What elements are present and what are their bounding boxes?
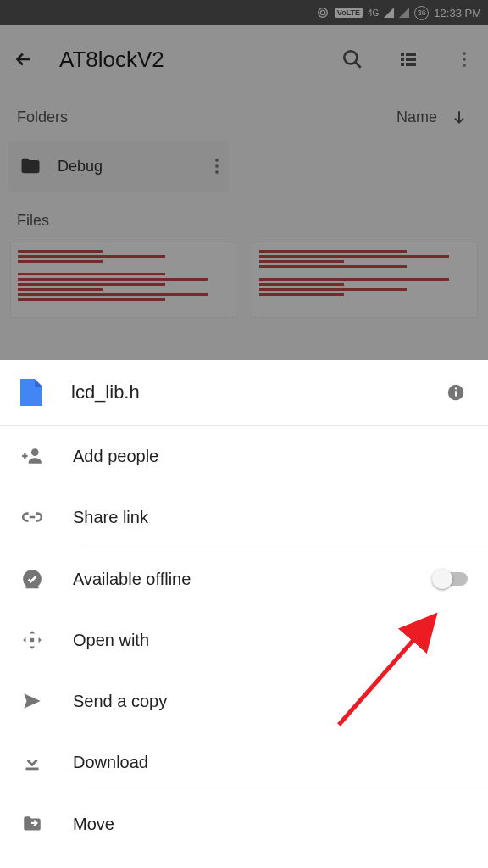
file-icon — [20, 379, 42, 406]
folder-item[interactable]: Debug — [8, 141, 229, 192]
menu-label: Available offline — [73, 570, 405, 589]
svg-point-0 — [320, 10, 324, 14]
send-icon — [20, 689, 44, 713]
move-icon — [20, 812, 44, 836]
menu-download[interactable]: Download — [0, 732, 488, 793]
menu-label: Add people — [73, 447, 468, 466]
search-icon[interactable] — [341, 47, 364, 71]
folders-header: Folders Name — [0, 93, 488, 141]
svg-point-11 — [455, 387, 457, 389]
svg-point-1 — [318, 8, 327, 18]
sort-arrow-icon[interactable] — [447, 105, 471, 129]
status-bar: VoLTE 4G 36 12:33 PM — [0, 0, 488, 25]
clock: 12:33 PM — [434, 7, 481, 19]
add-person-icon — [20, 444, 44, 468]
folder-name: Debug — [58, 158, 200, 175]
svg-rect-3 — [401, 53, 404, 56]
menu-available-offline[interactable]: Available offline — [0, 548, 488, 609]
info-icon[interactable] — [444, 381, 468, 404]
download-icon — [20, 750, 44, 774]
svg-point-12 — [31, 448, 39, 456]
signal-icon — [384, 8, 394, 18]
folder-icon — [19, 154, 42, 178]
menu-label: Share link — [73, 508, 468, 527]
svg-point-2 — [344, 51, 357, 64]
folders-label: Folders — [17, 108, 68, 126]
svg-rect-14 — [25, 587, 38, 589]
menu-send-copy[interactable]: Send a copy — [0, 670, 488, 732]
sheet-filename: lcd_lib.h — [71, 381, 415, 403]
menu-label: Download — [73, 753, 468, 772]
svg-rect-15 — [30, 638, 34, 642]
menu-label: Send a copy — [73, 692, 468, 711]
page-title: AT8lockV2 — [59, 47, 317, 73]
offline-icon — [20, 567, 44, 591]
file-thumbnail[interactable] — [10, 242, 236, 318]
svg-rect-5 — [401, 58, 404, 61]
bottom-sheet: lcd_lib.h Add people Share link Availabl… — [0, 360, 488, 868]
network-label: 4G — [368, 8, 379, 18]
volte-badge: VoLTE — [335, 8, 363, 18]
menu-open-with[interactable]: Open with — [0, 609, 488, 670]
folder-more-icon[interactable] — [215, 159, 219, 174]
offline-toggle[interactable] — [434, 572, 468, 586]
file-thumbnail[interactable] — [252, 242, 478, 318]
battery-icon: 36 — [414, 6, 429, 20]
svg-rect-4 — [406, 53, 416, 56]
svg-rect-6 — [406, 58, 416, 61]
svg-rect-7 — [401, 63, 404, 66]
open-with-icon — [20, 628, 44, 652]
menu-add-people[interactable]: Add people — [0, 426, 488, 487]
files-label: Files — [17, 212, 49, 230]
menu-label: Open with — [73, 631, 468, 650]
sort-label[interactable]: Name — [396, 108, 437, 126]
link-icon — [20, 505, 44, 529]
menu-share-link[interactable]: Share link — [0, 487, 488, 548]
view-list-icon[interactable] — [396, 47, 420, 71]
svg-rect-16 — [25, 768, 38, 771]
files-header: Files — [0, 200, 488, 242]
menu-label: Move — [73, 815, 468, 834]
more-icon[interactable] — [452, 47, 476, 71]
back-icon[interactable] — [12, 47, 36, 71]
app-bar: AT8lockV2 — [0, 25, 488, 93]
menu-move[interactable]: Move — [0, 793, 488, 854]
sheet-header: lcd_lib.h — [0, 360, 488, 425]
signal-icon-2 — [399, 8, 409, 18]
svg-rect-10 — [455, 391, 457, 396]
svg-rect-8 — [406, 63, 416, 66]
